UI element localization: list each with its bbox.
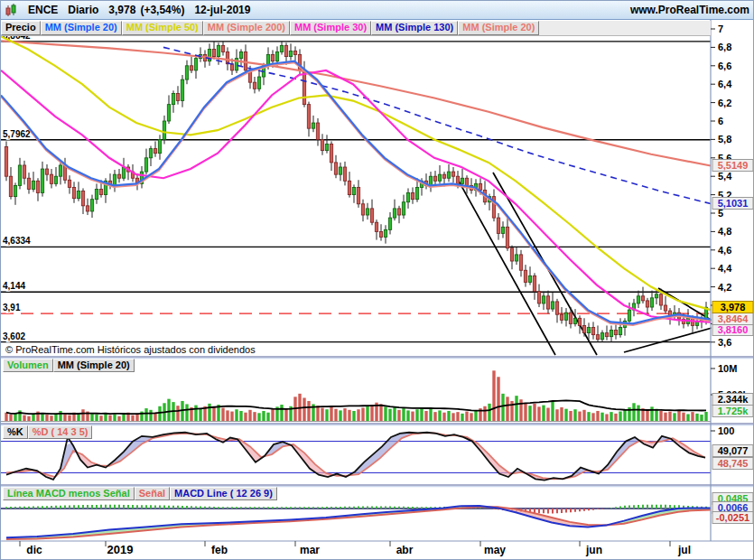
candlestick-icon xyxy=(5,4,18,17)
macd-indicator-bar: Línea MACD menos SeñalSeñalMACD Line ( 1… xyxy=(3,487,277,500)
trendline[interactable] xyxy=(624,327,715,352)
indicator-chip[interactable]: Línea MACD menos Señal xyxy=(3,487,135,500)
value-box-label: 2.344k xyxy=(718,394,749,405)
axis-tick-label: 4,6 xyxy=(718,245,731,256)
price-indicator-bar: PrecioMM (Simple 20)MM (Simple 50)MM (Si… xyxy=(1,21,711,36)
volume-panel[interactable] xyxy=(1,370,711,421)
trendline[interactable] xyxy=(457,178,555,355)
axis-tick-label: 6,8 xyxy=(718,42,731,52)
symbol-label: ENCE xyxy=(28,4,58,16)
axis-tick-label: 100 xyxy=(718,425,734,436)
month-label: jun xyxy=(585,544,602,556)
alert-level-label: 3,91 xyxy=(3,303,21,313)
value-box-label: 3,8160 xyxy=(718,324,749,335)
axis-tick-label: 6,2 xyxy=(718,98,731,108)
title-bar: ENCE Diario 3,978 (+3,54%) 12-jul-2019 w… xyxy=(1,1,754,20)
mm200-line xyxy=(1,41,711,165)
prorealtime-chart-window: ENCE Diario 3,978 (+3,54%) 12-jul-2019 w… xyxy=(0,0,754,560)
volume-indicator-bar: VolumenMM (Simple 20) xyxy=(3,359,135,372)
price-level-label: 5,7962 xyxy=(3,129,31,139)
mm50-line xyxy=(1,36,711,310)
indicator-chip[interactable]: Volumen xyxy=(3,359,53,372)
value-box-label: 3,8464 xyxy=(718,313,749,324)
month-label: may xyxy=(484,544,506,556)
axis-tick-label: 4,2 xyxy=(718,282,731,293)
indicator-chip[interactable]: MM (Simple 130) xyxy=(371,21,458,35)
stochastic-panel[interactable] xyxy=(1,433,711,481)
volume-sma-line xyxy=(6,400,706,414)
value-box-label: -0,0251 xyxy=(716,512,749,523)
axis-tick-label: 7 xyxy=(718,23,723,34)
indicator-chip[interactable]: %K xyxy=(3,425,28,439)
value-box-label: 49,077 xyxy=(718,445,749,456)
indicator-chip[interactable]: Señal xyxy=(135,487,170,500)
timeframe-label: Diario xyxy=(68,4,98,16)
date-label: 12-jul-2019 xyxy=(194,4,250,16)
axis-tick-label: 6,6 xyxy=(718,61,731,71)
indicator-chip[interactable]: MM (Simple 20) xyxy=(53,359,135,372)
change-label: (+3,54%) xyxy=(140,4,184,16)
price-level-label: 4,144 xyxy=(3,281,25,291)
indicator-chip[interactable]: MM (Simple 50) xyxy=(122,21,203,35)
axis-tick-label: 3,6 xyxy=(718,337,731,348)
indicator-chip[interactable]: MM (Simple 200) xyxy=(203,21,290,35)
macd-signal-line xyxy=(6,507,711,539)
mm30-line xyxy=(1,70,711,322)
last-price-label: 3,978 xyxy=(108,4,135,16)
axis-tick-label: 5,8 xyxy=(718,134,731,145)
prorealtime-link[interactable]: www.ProRealTime.com xyxy=(630,4,749,16)
axis-tick-label: 6 xyxy=(718,116,723,126)
axis-tick-label: 6,4 xyxy=(718,79,732,89)
month-label: jul xyxy=(677,544,691,556)
indicator-chip[interactable]: MM (Simple 20) xyxy=(458,21,539,35)
price-level-label: 4,6334 xyxy=(3,236,31,246)
month-label: 2019 xyxy=(107,543,134,556)
axes: dic2019febmarabrmayjunjul76,86,66,46,265… xyxy=(1,20,754,560)
indicator-chip[interactable]: MM (Simple 20) xyxy=(41,21,122,35)
value-box-label: 5,1031 xyxy=(718,198,749,209)
month-label: feb xyxy=(211,544,228,556)
copyright-note: © ProRealTime.com Históricos ajustados c… xyxy=(3,344,258,355)
axis-tick-label: 10M xyxy=(718,363,737,374)
value-box-label: 5,5149 xyxy=(718,160,749,171)
value-box-label: 3,978 xyxy=(721,302,746,313)
value-box-label: 1.725k xyxy=(718,406,749,416)
price-panel[interactable]: 6,86425,79624,63344,1443,6023,91 xyxy=(1,31,715,355)
axis-tick-label: 4,4 xyxy=(718,263,732,274)
axis-tick-label: 5,4 xyxy=(718,171,732,182)
month-label: dic xyxy=(26,544,42,556)
indicator-chip[interactable]: MACD Line ( 12 26 9) xyxy=(170,487,277,500)
month-label: abr xyxy=(396,544,414,556)
indicator-chip[interactable]: MM (Simple 30) xyxy=(290,21,371,35)
axis-tick-label: 4,8 xyxy=(718,226,731,237)
indicator-chip[interactable]: Precio xyxy=(1,21,41,35)
indicator-chip[interactable]: %D ( 14 3 5) xyxy=(28,425,93,439)
chart-canvas[interactable]: 6,86425,79624,63344,1443,6023,91dic2019f… xyxy=(1,1,754,560)
macd-panel[interactable] xyxy=(1,505,711,539)
price-level-label: 3,602 xyxy=(3,331,25,341)
value-box-label: 48,745 xyxy=(718,458,749,469)
stochastic-indicator-bar: %K%D ( 14 3 5) xyxy=(3,425,92,439)
month-label: mar xyxy=(300,544,320,556)
